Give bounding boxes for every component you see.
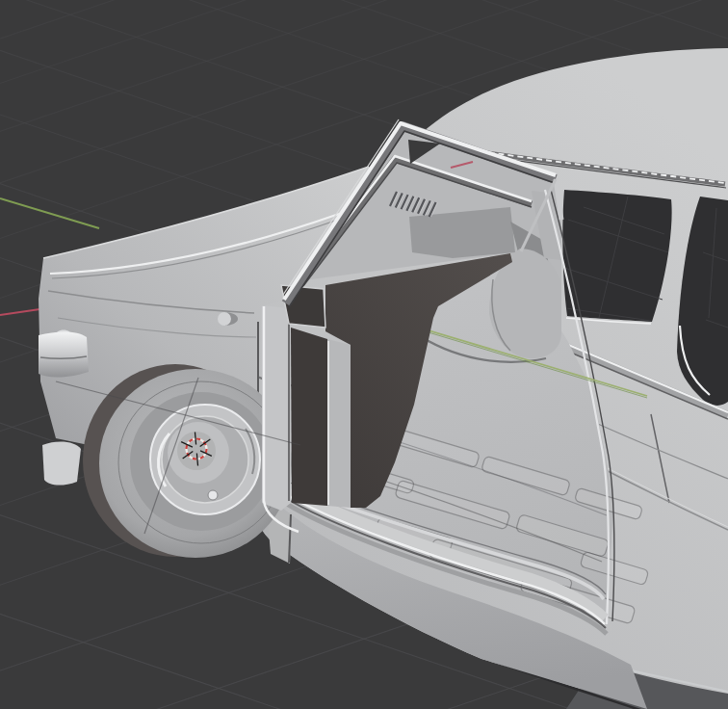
3d-viewport[interactable] bbox=[0, 0, 728, 709]
hubcap-center bbox=[177, 432, 216, 470]
rear-door-window-opening[interactable] bbox=[562, 190, 671, 322]
bumper-lower-lip bbox=[42, 442, 81, 486]
hubcap-valve bbox=[208, 490, 218, 500]
viewport-canvas[interactable] bbox=[0, 0, 728, 709]
door-pocket bbox=[291, 328, 327, 506]
door-front-edge[interactable] bbox=[262, 305, 291, 511]
door-inner-panel-strip bbox=[327, 339, 351, 508]
